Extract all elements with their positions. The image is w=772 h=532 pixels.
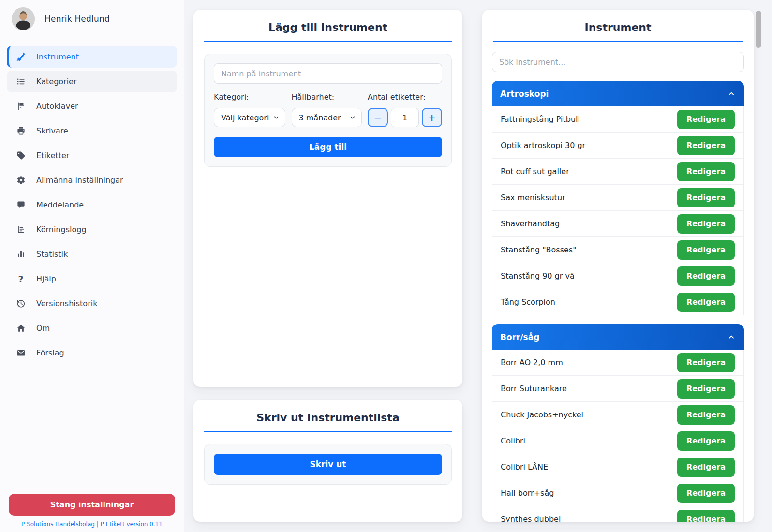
chevron-up-icon — [727, 333, 735, 341]
add-button[interactable]: Lägg till — [214, 137, 442, 157]
instrument-name: Colibri LÅNE — [501, 462, 548, 472]
edit-button[interactable]: Redigera — [677, 136, 735, 155]
instrument-row: ShaverhandtagRedigera — [492, 211, 743, 237]
increment-button[interactable]: + — [422, 108, 442, 127]
list-icon — [16, 77, 26, 87]
edit-button[interactable]: Redigera — [677, 379, 735, 399]
main-area: Lägg till instrument Kategori: Välj kate… — [184, 0, 772, 532]
close-settings-button[interactable]: Stäng inställningar — [9, 494, 175, 516]
sidebar-item-kategorier[interactable]: Kategorier — [7, 71, 177, 92]
app-window: Henrik Hedlund InstrumentKategorierAutok… — [0, 0, 772, 532]
sidebar-item-skrivare[interactable]: Skrivare — [7, 120, 177, 142]
edit-button[interactable]: Redigera — [677, 240, 735, 260]
add-card-title: Lägg till instrument — [204, 21, 452, 33]
shelf-life-group: Hållbarhet: 3 månader — [292, 92, 362, 127]
sidebar-item-label: Hjälp — [36, 274, 56, 283]
sidebar-item-meddelande[interactable]: Meddelande — [7, 194, 177, 216]
edit-button[interactable]: Redigera — [677, 266, 735, 286]
print-card-title: Skriv ut instrumentlista — [204, 412, 452, 424]
search-input[interactable] — [492, 52, 744, 72]
edit-button[interactable]: Redigera — [677, 353, 735, 372]
edit-button[interactable]: Redigera — [677, 510, 735, 522]
category-header[interactable]: Borr/såg — [492, 324, 744, 350]
shelf-life-label: Hållbarhet: — [292, 92, 362, 102]
edit-button[interactable]: Redigera — [677, 484, 735, 503]
version-footer-link[interactable]: P Solutions Handelsbolag | P Etikett ver… — [0, 521, 184, 528]
sidebar-item-autoklaver[interactable]: Autoklaver — [7, 95, 177, 117]
sidebar-item-statistik[interactable]: Statistik — [7, 243, 177, 265]
instrument-name: Stanstång "Bosses" — [501, 245, 577, 254]
instrument-name-input[interactable] — [214, 63, 442, 84]
bar-chart-icon — [16, 250, 26, 259]
sidebar-nav: InstrumentKategorierAutoklaverSkrivareEt… — [0, 38, 184, 364]
instrument-name: Borr Suturankare — [501, 384, 567, 393]
label-count-input[interactable] — [391, 108, 419, 127]
flag-icon — [16, 102, 26, 111]
sidebar-item-label: Versionshistorik — [36, 299, 97, 308]
sidebar-item-label: Förslag — [36, 348, 64, 357]
edit-button[interactable]: Redigera — [677, 214, 735, 234]
user-profile: Henrik Hedlund — [0, 0, 184, 38]
instrument-name: Chuck Jacobs+nyckel — [501, 410, 583, 419]
sidebar-item-etiketter[interactable]: Etiketter — [7, 145, 177, 166]
chevron-up-icon — [727, 90, 735, 98]
instrument-row: Stanstång "Bosses"Redigera — [492, 237, 743, 263]
sidebar: Henrik Hedlund InstrumentKategorierAutok… — [0, 0, 184, 532]
instrument-row: Chuck Jacobs+nyckelRedigera — [492, 402, 743, 428]
instrument-row: Sax menisksuturRedigera — [492, 185, 743, 211]
instrument-name: Hall borr+såg — [501, 488, 554, 498]
instrument-name: Colibri — [501, 436, 525, 445]
instrument-list: Borr AO 2,0 mmRedigeraBorr SuturankareRe… — [492, 350, 744, 522]
sidebar-item-label: Allmänna inställningar — [36, 176, 123, 185]
sidebar-item-om[interactable]: Om — [7, 317, 177, 339]
instrument-list: Fattningstång PitbullRedigeraOptik artro… — [492, 106, 744, 315]
edit-button[interactable]: Redigera — [677, 162, 735, 181]
question-icon: ? — [16, 274, 26, 284]
label-count-label: Antal etiketter: — [368, 92, 442, 102]
instrument-row: ColibriRedigera — [492, 428, 743, 454]
instrument-name: Rot cuff sut galler — [501, 167, 569, 176]
sidebar-item-hj-lp[interactable]: ?Hjälp — [7, 268, 177, 290]
log-chart-icon — [16, 225, 26, 235]
print-button[interactable]: Skriv ut — [214, 454, 442, 475]
print-form: Skriv ut — [204, 444, 452, 485]
category-name: Artroskopi — [500, 89, 549, 99]
decrement-button[interactable]: − — [368, 108, 388, 127]
sidebar-item-label: Autoklaver — [36, 102, 78, 111]
instrument-row: Tång ScorpionRedigera — [492, 289, 743, 315]
edit-button[interactable]: Redigera — [677, 458, 735, 477]
sidebar-item-label: Instrument — [36, 52, 79, 61]
sidebar-item-instrument[interactable]: Instrument — [7, 46, 177, 68]
shelf-life-select[interactable]: 3 månader — [292, 108, 362, 127]
category-select[interactable]: Välj kategori — [214, 108, 285, 127]
syringe-icon — [16, 52, 26, 62]
edit-button[interactable]: Redigera — [677, 431, 735, 451]
instrument-name: Stanstång 90 gr vä — [501, 271, 575, 281]
sidebar-item-allm-nna-inst-llningar[interactable]: Allmänna inställningar — [7, 169, 177, 191]
sidebar-item-f-rslag[interactable]: Förslag — [7, 342, 177, 364]
tag-icon — [16, 151, 26, 161]
category-header[interactable]: Artroskopi — [492, 81, 744, 106]
instrument-row: Rot cuff sut gallerRedigera — [492, 159, 743, 185]
edit-button[interactable]: Redigera — [677, 188, 735, 207]
instrument-section: ArtroskopiFattningstång PitbullRedigeraO… — [492, 81, 744, 315]
instrument-row: Optik artroskopi 30 grRedigera — [492, 133, 743, 159]
instrument-name: Optik artroskopi 30 gr — [501, 141, 585, 150]
edit-button[interactable]: Redigera — [677, 110, 735, 129]
envelope-icon — [16, 348, 26, 358]
print-list-card: Skriv ut instrumentlista Skriv ut — [193, 400, 462, 522]
shelf-life-select-value: 3 månader — [299, 113, 341, 122]
user-name: Henrik Hedlund — [45, 14, 110, 24]
sidebar-item-k-rningslogg[interactable]: Körningslogg — [7, 219, 177, 240]
history-icon — [16, 299, 26, 309]
instrument-section: Borr/sågBorr AO 2,0 mmRedigeraBorr Sutur… — [492, 324, 744, 522]
instrument-name: Sax menisksutur — [501, 193, 565, 202]
sidebar-item-versionshistorik[interactable]: Versionshistorik — [7, 293, 177, 314]
sidebar-item-label: Meddelande — [36, 200, 84, 209]
edit-button[interactable]: Redigera — [677, 293, 735, 312]
edit-button[interactable]: Redigera — [677, 405, 735, 425]
chevron-down-icon — [349, 114, 356, 121]
scrollbar-thumb[interactable] — [756, 11, 761, 48]
instrument-name: Shaverhandtag — [501, 219, 560, 228]
home-icon — [16, 324, 26, 333]
